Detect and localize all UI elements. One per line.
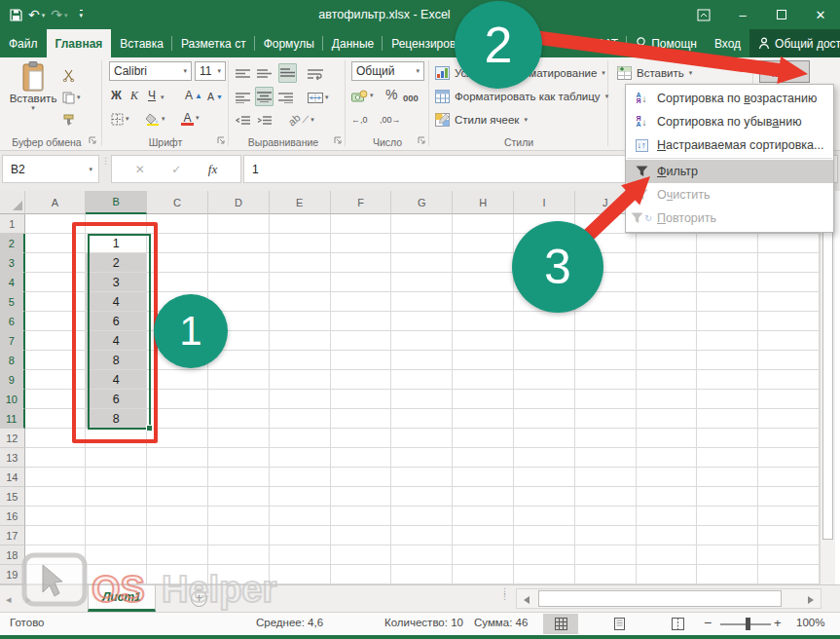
- cell-H6[interactable]: [453, 312, 514, 331]
- cell-J6[interactable]: [575, 312, 637, 331]
- row-header-14[interactable]: 14: [0, 468, 25, 487]
- cell-K12[interactable]: [637, 429, 698, 448]
- cell-K9[interactable]: [637, 370, 698, 390]
- cell-I14[interactable]: [514, 468, 575, 487]
- cell-E17[interactable]: [270, 526, 331, 545]
- cell-H18[interactable]: [453, 545, 514, 565]
- align-middle-button[interactable]: [257, 64, 272, 84]
- column-header-B[interactable]: B: [86, 191, 147, 214]
- cell-A19[interactable]: [25, 565, 87, 584]
- cell-M8[interactable]: [758, 351, 820, 370]
- zoom-level[interactable]: 100%: [796, 617, 824, 628]
- cell-E7[interactable]: [270, 331, 331, 351]
- cell-J18[interactable]: [575, 545, 637, 565]
- page-layout-view-button[interactable]: [602, 614, 637, 634]
- row-header-13[interactable]: 13: [0, 448, 25, 468]
- cell-J7[interactable]: [575, 331, 637, 351]
- cell-H11[interactable]: [453, 409, 514, 429]
- cell-E19[interactable]: [270, 565, 331, 584]
- cell-E16[interactable]: [270, 507, 331, 526]
- cell-F16[interactable]: [331, 507, 392, 526]
- cell-H14[interactable]: [453, 468, 514, 487]
- new-sheet-button[interactable]: +: [191, 590, 207, 607]
- cell-M4[interactable]: [758, 273, 820, 292]
- cell-D14[interactable]: [208, 468, 270, 487]
- align-top-button[interactable]: [236, 64, 250, 84]
- cell-L9[interactable]: [697, 370, 758, 390]
- cell-L17[interactable]: [697, 526, 758, 545]
- zoom-out-button[interactable]: −: [704, 615, 712, 630]
- cell-I16[interactable]: [514, 507, 575, 526]
- cell-H19[interactable]: [453, 565, 514, 584]
- cell-L3[interactable]: [697, 253, 758, 273]
- menu-item-filter[interactable]: Фильтр: [626, 160, 833, 183]
- paste-button[interactable]: Вставить ▾: [8, 61, 58, 143]
- cell-B15[interactable]: [86, 487, 147, 507]
- tab-общий-доступ[interactable]: Общий доступ: [749, 29, 840, 57]
- cell-H10[interactable]: [453, 390, 514, 409]
- align-left-button[interactable]: [236, 88, 250, 107]
- cell-K7[interactable]: [637, 331, 698, 351]
- column-header-H[interactable]: H: [453, 191, 514, 214]
- row-header-10[interactable]: 10: [0, 390, 25, 409]
- column-header-I[interactable]: I: [514, 191, 575, 214]
- cell-J11[interactable]: [575, 409, 637, 429]
- orientation-button[interactable]: ab⟋▾: [288, 110, 314, 130]
- row-header-5[interactable]: 5: [0, 292, 25, 312]
- cell-F17[interactable]: [331, 526, 392, 545]
- cell-H9[interactable]: [453, 370, 514, 390]
- cell-E6[interactable]: [270, 312, 331, 331]
- row-header-12[interactable]: 12: [0, 429, 25, 448]
- cell-L8[interactable]: [697, 351, 758, 370]
- tab-вход[interactable]: Вход: [706, 29, 749, 57]
- cell-G3[interactable]: [391, 253, 453, 273]
- tab-acrobat[interactable]: ACROBAT: [554, 29, 627, 57]
- row-header-18[interactable]: 18: [0, 545, 25, 565]
- cell-D10[interactable]: [208, 390, 270, 409]
- minimize-button[interactable]: –: [723, 0, 762, 29]
- cell-B18[interactable]: [86, 545, 147, 565]
- merge-center-button[interactable]: ▾: [308, 88, 329, 107]
- cell-A15[interactable]: [25, 487, 87, 507]
- cell-J13[interactable]: [575, 448, 637, 468]
- cell-F8[interactable]: [331, 351, 392, 370]
- cell-M14[interactable]: [758, 468, 820, 487]
- cell-K4[interactable]: [637, 273, 698, 292]
- tab-главная[interactable]: Главная: [47, 29, 112, 57]
- cell-G19[interactable]: [391, 565, 453, 584]
- row-header-6[interactable]: 6: [0, 312, 25, 331]
- cell-D9[interactable]: [208, 370, 270, 390]
- cell-J8[interactable]: [575, 351, 637, 370]
- cell-L2[interactable]: [697, 234, 758, 253]
- cell-I12[interactable]: [514, 429, 575, 448]
- cell-D1[interactable]: [208, 214, 270, 234]
- cell-L19[interactable]: [697, 565, 758, 584]
- align-right-button[interactable]: [278, 88, 293, 107]
- cell-M6[interactable]: [758, 312, 820, 331]
- cell-F12[interactable]: [331, 429, 392, 448]
- row-header-15[interactable]: 15: [0, 487, 25, 507]
- enter-entry-button[interactable]: ✓: [171, 163, 181, 176]
- undo-button[interactable]: ↶▾: [28, 8, 45, 21]
- cell-I18[interactable]: [514, 545, 575, 565]
- cell-J12[interactable]: [575, 429, 637, 448]
- number-format-select[interactable]: Общий▾: [351, 61, 424, 81]
- row-header-7[interactable]: 7: [0, 331, 25, 351]
- cell-F9[interactable]: [331, 370, 392, 390]
- cell-I19[interactable]: [514, 565, 575, 584]
- cell-G14[interactable]: [391, 468, 453, 487]
- cell-D12[interactable]: [208, 429, 270, 448]
- cell-F1[interactable]: [331, 214, 392, 234]
- align-bottom-button[interactable]: [278, 63, 297, 83]
- cell-K11[interactable]: [637, 409, 698, 429]
- decrease-decimal-button[interactable]: ,00→: [380, 110, 401, 130]
- cell-G9[interactable]: [391, 370, 453, 390]
- cell-G18[interactable]: [391, 545, 453, 565]
- borders-button[interactable]: ▾: [111, 109, 129, 129]
- cell-G2[interactable]: [391, 234, 453, 253]
- cell-F5[interactable]: [331, 292, 392, 312]
- cell-B14[interactable]: [86, 468, 147, 487]
- cell-J16[interactable]: [575, 507, 637, 526]
- vertical-scrollbar[interactable]: [820, 191, 835, 606]
- normal-view-button[interactable]: [543, 614, 578, 634]
